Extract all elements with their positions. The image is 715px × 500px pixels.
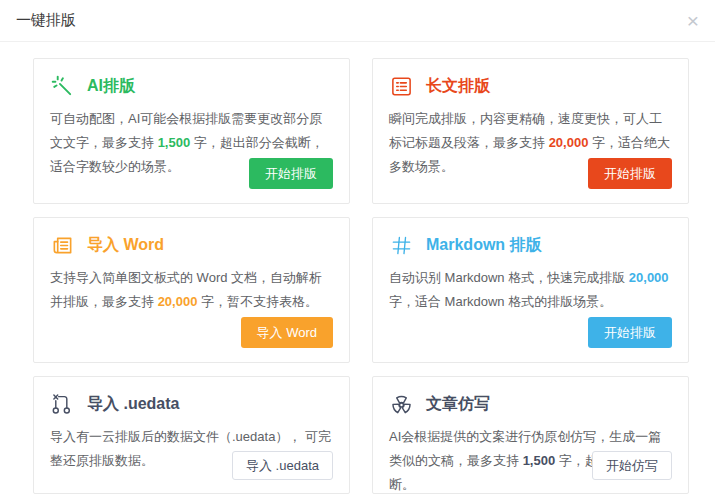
card-header: Markdown 排版 [389,233,672,257]
card-grid: AI排版 可自动配图，AI可能会根据排版需要更改部分原文文字，最多支持 1,50… [33,58,715,494]
hash-icon [389,233,413,257]
highlight-count: 1,500 [523,453,556,468]
magic-wand-icon [50,74,74,98]
card-import-uedata: 导入 .uedata 导入有一云排版后的数据文件（.uedata）， 可完整还原… [33,376,350,494]
highlight-count: 1,500 [158,135,191,150]
card-ai-layout: AI排版 可自动配图，AI可能会根据排版需要更改部分原文文字，最多支持 1,50… [33,58,350,204]
import-uedata-button[interactable]: 导入 .uedata [232,451,333,480]
card-title: AI排版 [87,76,135,97]
start-layout-button[interactable]: 开始排版 [249,158,333,189]
card-title: 文章仿写 [426,394,490,415]
card-long-text-layout: 长文排版 瞬间完成排版，内容更精确，速度更快，可人工标记标题及段落，最多支持 2… [372,58,689,204]
card-header: 导入 Word [50,233,333,257]
card-header: 导入 .uedata [50,392,333,416]
one-click-layout-dialog: 一键排版 × AI排版 可自动配图，AI可能会根据排版需要更改部分原文文字，最多… [0,0,715,500]
close-icon[interactable]: × [687,10,699,31]
start-rewrite-button[interactable]: 开始仿写 [592,451,672,480]
card-title: 长文排版 [426,76,490,97]
card-import-word: 导入 Word 支持导入简单图文板式的 Word 文档，自动解析并排版，最多支持… [33,217,350,363]
start-layout-button[interactable]: 开始排版 [588,317,672,348]
highlight-count: 20,000 [549,135,589,150]
newspaper-icon [50,233,74,257]
highlight-count: 20,000 [629,270,669,285]
card-markdown-layout: Markdown 排版 自动识别 Markdown 格式，快速完成排版 20,0… [372,217,689,363]
import-word-button[interactable]: 导入 Word [241,317,333,348]
card-header: 文章仿写 [389,392,672,416]
git-branch-icon [50,392,74,416]
card-description: 支持导入简单图文板式的 Word 文档，自动解析并排版，最多支持 20,000 … [50,266,333,314]
radiation-icon [389,392,413,416]
card-header: AI排版 [50,74,333,98]
card-title: 导入 .uedata [87,394,179,415]
list-icon [389,74,413,98]
card-title: 导入 Word [87,235,164,256]
card-title: Markdown 排版 [426,235,542,256]
dialog-title: 一键排版 [16,11,76,30]
dialog-header: 一键排版 × [0,0,715,42]
highlight-count: 20,000 [158,294,198,309]
start-layout-button[interactable]: 开始排版 [588,158,672,189]
card-article-rewrite: 文章仿写 AI会根据提供的文案进行伪原创仿写，生成一篇类似的文稿，最多支持 1,… [372,376,689,494]
card-description: 自动识别 Markdown 格式，快速完成排版 20,000 字，适合 Mark… [389,266,672,314]
card-header: 长文排版 [389,74,672,98]
